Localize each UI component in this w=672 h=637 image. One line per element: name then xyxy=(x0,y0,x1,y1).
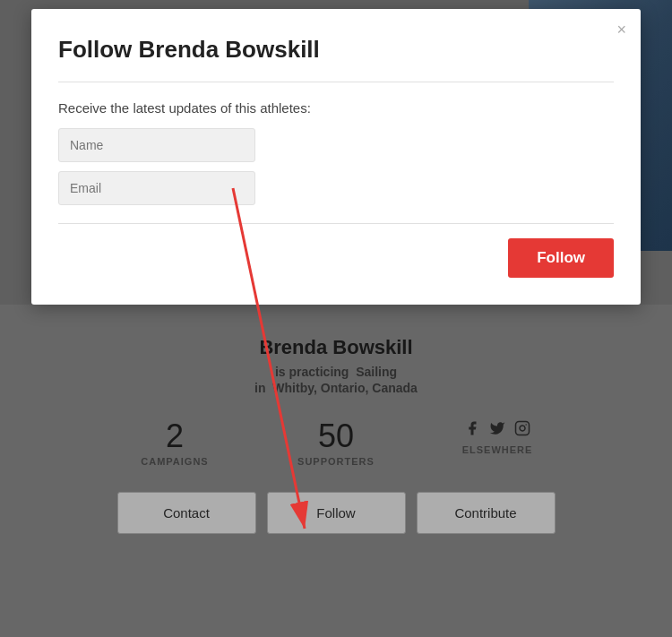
email-input[interactable] xyxy=(58,171,255,205)
name-input[interactable] xyxy=(58,128,255,162)
close-button[interactable]: × xyxy=(616,22,626,38)
modal-footer: Follow xyxy=(58,223,614,278)
modal-subtitle: Receive the latest updates of this athle… xyxy=(58,100,614,116)
modal-follow-button[interactable]: Follow xyxy=(508,238,614,278)
modal-divider xyxy=(58,82,614,82)
follow-modal: × Follow Brenda Bowskill Receive the lat… xyxy=(31,9,641,305)
modal-title: Follow Brenda Bowskill xyxy=(58,36,614,64)
